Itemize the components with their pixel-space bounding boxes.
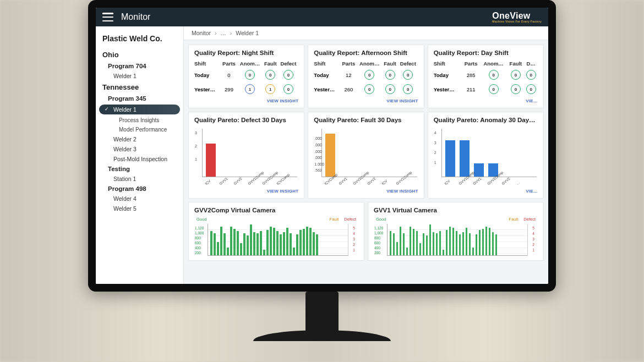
table-header: Defect <box>398 59 418 68</box>
breadcrumb-mid[interactable]: … <box>220 30 226 36</box>
legend-good: Good <box>376 217 386 222</box>
table-row: Today285000 <box>434 68 538 82</box>
row-label: Yester… <box>194 82 221 96</box>
vc-bar <box>419 243 422 255</box>
virtual-camera-card: GVV2Comp Virtual CameraGoodFaultDefect1,… <box>188 202 364 261</box>
vc-bar <box>423 233 425 255</box>
table-row: Yester…211000 <box>434 82 538 96</box>
vc-chart: 1,1201,00080060040020054321 <box>387 224 528 256</box>
sidebar-tn-welder1[interactable]: Welder 1 <box>99 105 180 114</box>
card-title: Quality Report: Afternoon Shift <box>314 50 418 56</box>
view-insight-link[interactable]: VIEW INSIGHT <box>194 189 298 194</box>
row-label: Today <box>314 68 340 82</box>
vc-bar <box>309 228 312 255</box>
vc-bar <box>299 230 302 255</box>
vc-bar <box>286 228 288 255</box>
vc-bar <box>266 230 269 255</box>
card-title: Quality Pareto: Defect 30 Days <box>194 117 298 123</box>
view-insight-link[interactable]: VIEW INSIGHT <box>314 189 418 194</box>
pareto-chart: 321 <box>202 129 297 177</box>
table-header: Fault <box>382 59 398 68</box>
sidebar-welder3[interactable]: Welder 3 <box>96 144 183 154</box>
quality-report-table: ShiftPartsAnom…FaultD…Today285000Yester…… <box>434 59 538 96</box>
table-header: Defect <box>279 59 299 68</box>
table-header: Fault <box>507 59 524 68</box>
view-insight-link[interactable]: VIEW INSIGHT <box>194 98 298 103</box>
sidebar-process-insights[interactable]: Process Insights <box>96 116 183 125</box>
table-header: Shift <box>314 59 340 68</box>
vc-bar <box>270 227 272 255</box>
sidebar-program-345[interactable]: Program 345 <box>96 94 183 103</box>
metric-ring: 0 <box>511 70 521 80</box>
legend-defect: Defect <box>523 217 536 222</box>
vc-bar <box>482 229 484 255</box>
sidebar-program-704[interactable]: Program 704 <box>96 61 183 71</box>
metric-ring: 0 <box>526 70 536 80</box>
vc-bar <box>260 231 262 255</box>
table-header: D… <box>524 59 538 68</box>
table-header: Shift <box>194 59 221 68</box>
sidebar-post-mold[interactable]: Post-Mold Inspection <box>96 154 183 164</box>
card-title: Quality Pareto: Anomaly 30 Day… <box>434 117 538 123</box>
sidebar-welder2[interactable]: Welder 2 <box>96 134 183 144</box>
table-row: Yester…260000 <box>314 82 418 96</box>
vc-bar <box>403 233 405 255</box>
sidebar-welder4[interactable]: Welder 4 <box>96 194 183 204</box>
vc-bar <box>462 232 465 255</box>
vc-bar <box>240 243 242 255</box>
menu-icon[interactable] <box>102 13 113 21</box>
sidebar-region-tennessee[interactable]: Tennessee <box>96 81 183 94</box>
table-header: Parts <box>221 59 237 68</box>
sidebar-region-ohio[interactable]: Ohio <box>96 48 183 61</box>
sidebar-ohio-welder1[interactable]: Welder 1 <box>96 71 183 81</box>
vc-bar <box>263 250 265 255</box>
pareto-card: Quality Pareto: Anomaly 30 Day…4321ICVGV… <box>428 112 544 199</box>
vc-bar <box>390 231 392 255</box>
vc-bar <box>293 248 295 255</box>
brand-logo: OneView Machine Vision For Every Factory <box>492 11 542 23</box>
view-insight-link[interactable]: VIEW INSIGHT <box>314 98 418 103</box>
vc-bar <box>416 231 418 255</box>
metric-ring: 0 <box>385 84 395 94</box>
metric-ring: 0 <box>403 70 413 80</box>
metric-ring: 0 <box>283 84 293 94</box>
vc-bar <box>210 231 212 255</box>
sidebar: Plastic Weld Co. Ohio Program 704 Welder… <box>96 26 184 284</box>
vc-bar <box>429 224 432 255</box>
pareto-bar <box>460 140 470 177</box>
sidebar-welder5[interactable]: Welder 5 <box>96 204 183 213</box>
sidebar-testing[interactable]: Testing <box>96 164 183 174</box>
table-header: Anom… <box>357 59 382 68</box>
vc-bar <box>485 227 488 255</box>
parts-value: 0 <box>221 68 237 82</box>
sidebar-station1[interactable]: Station 1 <box>96 174 183 184</box>
chevron-right-icon: › <box>215 30 217 36</box>
metric-ring: 1 <box>245 84 255 94</box>
metric-ring: 0 <box>403 84 413 94</box>
pareto-bar <box>206 144 216 177</box>
quality-report-card: Quality Report: Day ShiftShiftPartsAnom…… <box>428 45 544 108</box>
card-title: Quality Report: Night Shift <box>194 50 298 56</box>
legend-fault: Fault <box>509 217 519 222</box>
vc-bar <box>476 234 478 255</box>
sidebar-program-498[interactable]: Program 498 <box>96 184 183 194</box>
card-title: GVV1 Virtual Camera <box>374 207 538 213</box>
quality-report-table: ShiftPartsAnom…FaultDefectToday12000Yest… <box>314 59 418 96</box>
chart-legend: GoodFaultDefect <box>194 217 358 222</box>
table-header: Fault <box>263 59 279 68</box>
view-insight-link[interactable]: VIE… <box>434 189 538 194</box>
vc-bar <box>227 248 229 255</box>
vc-bar <box>400 227 402 255</box>
sidebar-model-performance[interactable]: Model Performance <box>96 125 183 134</box>
table-header: Parts <box>340 59 357 68</box>
row-label: Yester… <box>434 82 462 96</box>
breadcrumb-root[interactable]: Monitor <box>192 30 211 36</box>
view-insight-link[interactable]: VIE… <box>434 98 538 103</box>
row-label: Yester… <box>314 82 340 96</box>
vc-bar <box>276 231 279 255</box>
parts-value: 12 <box>340 68 357 82</box>
metric-ring: 0 <box>245 70 255 80</box>
breadcrumb: Monitor › … › Welder 1 <box>184 26 548 40</box>
table-header: Anom… <box>237 59 263 68</box>
vc-bar <box>492 232 494 255</box>
